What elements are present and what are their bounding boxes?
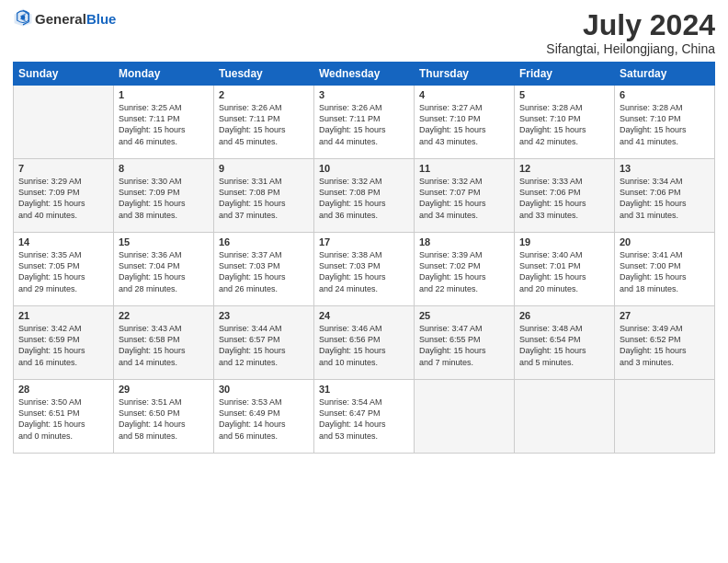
calendar-cell: 19Sunrise: 3:40 AMSunset: 7:01 PMDayligh… [515, 233, 615, 306]
calendar-cell: 29Sunrise: 3:51 AMSunset: 6:50 PMDayligh… [114, 380, 214, 454]
day-info: Sunrise: 3:42 AMSunset: 6:59 PMDaylight:… [18, 323, 108, 368]
day-number: 28 [18, 384, 108, 395]
day-number: 31 [319, 384, 409, 395]
day-number: 30 [219, 384, 309, 395]
header-row: Sunday Monday Tuesday Wednesday Thursday… [14, 63, 715, 86]
day-number: 22 [119, 310, 209, 321]
col-friday: Friday [515, 63, 615, 86]
calendar-cell [415, 380, 515, 454]
calendar-cell: 22Sunrise: 3:43 AMSunset: 6:58 PMDayligh… [114, 306, 214, 380]
calendar-cell: 2Sunrise: 3:26 AMSunset: 7:11 PMDaylight… [214, 86, 314, 159]
day-info: Sunrise: 3:32 AMSunset: 7:07 PMDaylight:… [419, 176, 509, 221]
calendar-cell: 8Sunrise: 3:30 AMSunset: 7:09 PMDaylight… [114, 159, 214, 233]
col-thursday: Thursday [415, 63, 515, 86]
day-info: Sunrise: 3:32 AMSunset: 7:08 PMDaylight:… [319, 176, 409, 221]
day-number: 15 [119, 236, 209, 247]
calendar-cell: 23Sunrise: 3:44 AMSunset: 6:57 PMDayligh… [214, 306, 314, 380]
col-saturday: Saturday [615, 63, 715, 86]
day-info: Sunrise: 3:36 AMSunset: 7:04 PMDaylight:… [119, 249, 209, 294]
calendar-table: Sunday Monday Tuesday Wednesday Thursday… [13, 62, 715, 454]
page-container: GeneralBlue July 2024 Sifangtai, Heilong… [0, 0, 728, 463]
header: GeneralBlue July 2024 Sifangtai, Heilong… [13, 9, 715, 56]
logo: GeneralBlue [13, 9, 116, 29]
day-info: Sunrise: 3:49 AMSunset: 6:52 PMDaylight:… [620, 323, 710, 368]
calendar-cell: 14Sunrise: 3:35 AMSunset: 7:05 PMDayligh… [14, 233, 114, 306]
day-info: Sunrise: 3:51 AMSunset: 6:50 PMDaylight:… [119, 396, 209, 442]
calendar-cell: 25Sunrise: 3:47 AMSunset: 6:55 PMDayligh… [415, 306, 515, 380]
title-block: July 2024 Sifangtai, Heilongjiang, China [546, 9, 715, 56]
calendar-cell: 12Sunrise: 3:33 AMSunset: 7:06 PMDayligh… [515, 159, 615, 233]
day-number: 19 [519, 236, 609, 247]
day-number: 23 [219, 310, 309, 321]
calendar-cell: 10Sunrise: 3:32 AMSunset: 7:08 PMDayligh… [314, 159, 415, 233]
day-info: Sunrise: 3:44 AMSunset: 6:57 PMDaylight:… [219, 323, 309, 368]
calendar-week-1: 1Sunrise: 3:25 AMSunset: 7:11 PMDaylight… [14, 86, 715, 159]
calendar-cell: 31Sunrise: 3:54 AMSunset: 6:47 PMDayligh… [314, 380, 415, 454]
calendar-cell: 28Sunrise: 3:50 AMSunset: 6:51 PMDayligh… [14, 380, 114, 454]
day-info: Sunrise: 3:43 AMSunset: 6:58 PMDaylight:… [119, 323, 209, 368]
day-number: 14 [18, 236, 108, 247]
day-info: Sunrise: 3:31 AMSunset: 7:08 PMDaylight:… [219, 176, 309, 221]
calendar-cell: 24Sunrise: 3:46 AMSunset: 6:56 PMDayligh… [314, 306, 415, 380]
day-info: Sunrise: 3:28 AMSunset: 7:10 PMDaylight:… [620, 102, 710, 147]
calendar-body: 1Sunrise: 3:25 AMSunset: 7:11 PMDaylight… [14, 86, 715, 454]
calendar-cell: 26Sunrise: 3:48 AMSunset: 6:54 PMDayligh… [515, 306, 615, 380]
calendar-cell: 27Sunrise: 3:49 AMSunset: 6:52 PMDayligh… [615, 306, 715, 380]
day-number: 4 [419, 89, 509, 100]
calendar-cell: 4Sunrise: 3:27 AMSunset: 7:10 PMDaylight… [415, 86, 515, 159]
day-number: 13 [620, 163, 710, 174]
day-info: Sunrise: 3:33 AMSunset: 7:06 PMDaylight:… [519, 176, 609, 221]
day-number: 8 [119, 163, 209, 174]
calendar-cell: 1Sunrise: 3:25 AMSunset: 7:11 PMDaylight… [114, 86, 214, 159]
logo-blue: Blue [86, 11, 117, 27]
day-number: 27 [620, 310, 710, 321]
col-sunday: Sunday [14, 63, 114, 86]
day-number: 16 [219, 236, 309, 247]
day-number: 18 [419, 236, 509, 247]
day-number: 1 [119, 89, 209, 100]
day-number: 20 [620, 236, 710, 247]
calendar-header: Sunday Monday Tuesday Wednesday Thursday… [14, 63, 715, 86]
day-info: Sunrise: 3:53 AMSunset: 6:49 PMDaylight:… [219, 396, 309, 442]
day-info: Sunrise: 3:38 AMSunset: 7:03 PMDaylight:… [319, 249, 409, 294]
day-info: Sunrise: 3:26 AMSunset: 7:11 PMDaylight:… [319, 102, 409, 147]
day-info: Sunrise: 3:25 AMSunset: 7:11 PMDaylight:… [119, 102, 209, 147]
col-monday: Monday [114, 63, 214, 86]
day-info: Sunrise: 3:46 AMSunset: 6:56 PMDaylight:… [319, 323, 409, 368]
day-number: 5 [519, 89, 609, 100]
day-info: Sunrise: 3:41 AMSunset: 7:00 PMDaylight:… [620, 249, 710, 294]
general-blue-logo-icon [13, 7, 33, 28]
month-year: July 2024 [546, 9, 715, 41]
day-number: 3 [319, 89, 409, 100]
day-number: 17 [319, 236, 409, 247]
day-number: 24 [319, 310, 409, 321]
calendar-week-3: 14Sunrise: 3:35 AMSunset: 7:05 PMDayligh… [14, 233, 715, 306]
day-number: 29 [119, 384, 209, 395]
day-info: Sunrise: 3:54 AMSunset: 6:47 PMDaylight:… [319, 396, 409, 442]
calendar-cell: 16Sunrise: 3:37 AMSunset: 7:03 PMDayligh… [214, 233, 314, 306]
day-number: 21 [18, 310, 108, 321]
logo-general: General [35, 11, 86, 27]
day-info: Sunrise: 3:30 AMSunset: 7:09 PMDaylight:… [119, 176, 209, 221]
day-info: Sunrise: 3:27 AMSunset: 7:10 PMDaylight:… [419, 102, 509, 147]
calendar-cell: 7Sunrise: 3:29 AMSunset: 7:09 PMDaylight… [14, 159, 114, 233]
calendar-week-2: 7Sunrise: 3:29 AMSunset: 7:09 PMDaylight… [14, 159, 715, 233]
day-info: Sunrise: 3:34 AMSunset: 7:06 PMDaylight:… [620, 176, 710, 221]
day-info: Sunrise: 3:39 AMSunset: 7:02 PMDaylight:… [419, 249, 509, 294]
calendar-cell: 9Sunrise: 3:31 AMSunset: 7:08 PMDaylight… [214, 159, 314, 233]
day-info: Sunrise: 3:50 AMSunset: 6:51 PMDaylight:… [18, 396, 108, 442]
calendar-cell: 11Sunrise: 3:32 AMSunset: 7:07 PMDayligh… [415, 159, 515, 233]
logo-text: GeneralBlue [35, 12, 116, 28]
day-number: 12 [519, 163, 609, 174]
calendar-cell [615, 380, 715, 454]
calendar-cell: 3Sunrise: 3:26 AMSunset: 7:11 PMDaylight… [314, 86, 415, 159]
calendar-cell: 30Sunrise: 3:53 AMSunset: 6:49 PMDayligh… [214, 380, 314, 454]
day-info: Sunrise: 3:26 AMSunset: 7:11 PMDaylight:… [219, 102, 309, 147]
calendar-cell: 13Sunrise: 3:34 AMSunset: 7:06 PMDayligh… [615, 159, 715, 233]
calendar-cell: 20Sunrise: 3:41 AMSunset: 7:00 PMDayligh… [615, 233, 715, 306]
calendar-cell [515, 380, 615, 454]
calendar-cell: 17Sunrise: 3:38 AMSunset: 7:03 PMDayligh… [314, 233, 415, 306]
day-number: 10 [319, 163, 409, 174]
day-number: 11 [419, 163, 509, 174]
calendar-cell: 15Sunrise: 3:36 AMSunset: 7:04 PMDayligh… [114, 233, 214, 306]
